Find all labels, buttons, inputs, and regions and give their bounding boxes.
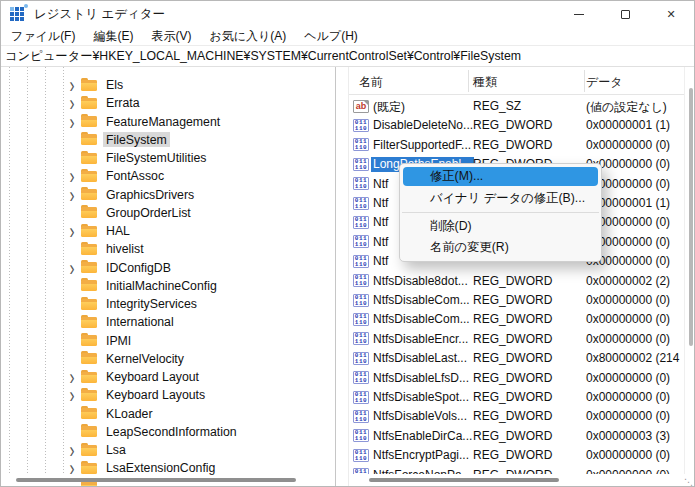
minimize-button[interactable] [556,1,602,28]
table-row[interactable]: ab (既定) REG_SZ (値の設定なし) [349,97,684,116]
chevron-right-icon[interactable]: › [63,224,81,239]
column-header-type[interactable]: 種類 [473,74,497,91]
table-row[interactable]: 011110 NtfsDisable8dot... REG_DWORD 0x00… [349,272,684,291]
tree-item[interactable]: › hivelist [1,240,335,258]
tree-item[interactable]: › KLoader [1,405,335,423]
value-type-icon: 011110 [353,352,369,365]
tree-item[interactable]: › Els [1,76,335,94]
menubar-item[interactable]: ヘルプ(H) [295,28,367,45]
tree-item[interactable]: › HAL [1,222,335,240]
registry-tree-pane[interactable]: › Els › Errata › FeatureManagement › Fil… [1,67,336,487]
menubar-item[interactable]: ファイル(F) [2,28,84,45]
value-name: FilterSupportedF... [371,138,474,153]
chevron-right-icon[interactable]: › [63,260,81,275]
tree-item[interactable]: › International [1,313,335,331]
tree-item-label: Els [103,78,126,93]
table-row[interactable]: 011110 NtfsDisableCom... REG_DWORD 0x000… [349,310,684,329]
folder-icon [81,390,97,401]
tree-item-label: FeatureManagement [103,114,223,129]
tree-item-label: FontAssoc [103,169,167,184]
tree-item[interactable]: › GraphicsDrivers [1,186,335,204]
table-row[interactable]: 011110 FilterSupportedF... REG_DWORD 0x0… [349,136,684,155]
value-name: Ntf [371,196,391,211]
folder-icon [81,226,97,237]
chevron-right-icon[interactable]: › [63,187,81,202]
vertical-scrollbar-thumb[interactable] [689,88,693,346]
value-name: NtfsEnableDirCa... [371,429,475,444]
table-row[interactable]: 011110 NtfsForceNonPa... REG_DWORD 0x000… [349,466,684,474]
table-row[interactable]: 011110 NtfsDisableLfsD... REG_DWORD 0x00… [349,369,684,388]
close-button[interactable]: ✕ [648,1,694,28]
table-row[interactable]: 011110 DisableDeleteNo... REG_DWORD 0x00… [349,116,684,135]
tree-item[interactable]: › LeapSecondInformation [1,423,335,441]
value-data: 0x00000000 (0) [586,138,670,152]
value-type: REG_DWORD [473,390,552,404]
menubar-item[interactable]: 表示(V) [142,28,200,45]
tree-item[interactable]: › IntegrityServices [1,295,335,313]
folder-icon [81,116,97,127]
tree-item[interactable]: › KernelVelocity [1,350,335,368]
column-header-data[interactable]: データ [586,74,623,91]
value-name: NtfsDisableLfsD... [371,371,472,386]
value-name: NtfsDisableCom... [371,312,473,327]
tree-item[interactable]: › Keyboard Layout [1,368,335,386]
context-menu-item[interactable]: 削除(D) [403,216,598,237]
value-name: NtfsDisableVols... [371,409,470,424]
list-hscrollbar-thumb[interactable] [369,478,559,482]
resize-grip-icon[interactable]: ⋱ [684,477,694,487]
chevron-right-icon[interactable]: › [63,461,81,476]
tree-item[interactable]: › Lsa [1,441,335,459]
value-data: 0x00000000 (0) [586,371,670,385]
table-row[interactable]: 011110 NtfsDisableSpot... REG_DWORD 0x00… [349,388,684,407]
table-row[interactable]: 011110 NtfsDisableVols... REG_DWORD 0x00… [349,407,684,426]
menubar-item[interactable]: 編集(E) [84,28,142,45]
table-row[interactable]: 011110 NtfsDisableEncr... REG_DWORD 0x00… [349,330,684,349]
value-data: 0x00000000 (0) [586,332,670,346]
vertical-scrollbar[interactable] [687,96,695,474]
value-type: REG_DWORD [473,138,552,152]
value-name: (既定) [371,99,408,117]
tree-item[interactable]: › Errata [1,94,335,112]
folder-icon [81,262,97,273]
value-type: REG_DWORD [473,274,552,288]
column-resize-handle[interactable] [584,70,585,92]
tree-item[interactable]: › FontAssoc [1,167,335,185]
value-type-icon: 011110 [353,216,369,229]
tree-item[interactable]: › FileSystem [1,131,335,149]
tree-hscrollbar-thumb[interactable] [16,478,296,482]
value-data: 0x00000003 (3) [586,429,670,443]
value-data: 0x00000000 (0) [586,390,670,404]
tree-item[interactable]: › GroupOrderList [1,204,335,222]
column-header-name[interactable]: 名前 [359,74,383,91]
context-menu: 修正(M)...バイナリ データの修正(B)...削除(D)名前の変更(R) [399,163,602,262]
value-type: REG_DWORD [473,118,552,132]
tree-item[interactable]: › IPMI [1,332,335,350]
tree-item[interactable]: › Keyboard Layouts [1,386,335,404]
table-row[interactable]: 011110 NtfsEnableDirCa... REG_DWORD 0x00… [349,427,684,446]
value-name: Ntf [371,254,391,269]
context-menu-item[interactable]: 修正(M)... [403,167,598,186]
list-horizontal-scrollbar[interactable] [349,475,684,485]
tree-item[interactable]: › FeatureManagement [1,113,335,131]
chevron-right-icon[interactable]: › [63,114,81,129]
table-row[interactable]: 011110 NtfsDisableLast... REG_DWORD 0x80… [349,349,684,368]
table-row[interactable]: 011110 NtfsEncryptPagi... REG_DWORD 0x00… [349,446,684,465]
context-menu-item[interactable]: バイナリ データの修正(B)... [403,188,598,209]
value-type-icon: 011110 [353,449,369,462]
value-name: Ntf [371,177,391,192]
main-area: › Els › Errata › FeatureManagement › Fil… [1,67,695,487]
tree-item[interactable]: › InitialMachineConfig [1,277,335,295]
tree-horizontal-scrollbar[interactable] [1,475,336,485]
column-resize-handle[interactable] [468,70,469,92]
value-type-icon: 011110 [353,468,369,474]
menubar-item[interactable]: お気に入り(A) [200,28,295,45]
address-bar-input[interactable]: コンピューター¥HKEY_LOCAL_MACHINE¥SYSTEM¥Curren… [1,45,694,67]
folder-icon [81,153,97,164]
chevron-right-icon[interactable]: › [63,388,81,403]
tree-item[interactable]: › IDConfigDB [1,259,335,277]
maximize-button[interactable] [602,1,648,28]
tree-item[interactable]: › FileSystemUtilities [1,149,335,167]
table-row[interactable]: 011110 NtfsDisableCom... REG_DWORD 0x000… [349,291,684,310]
tree-item-label: KernelVelocity [103,351,187,366]
context-menu-item[interactable]: 名前の変更(R) [403,237,598,258]
